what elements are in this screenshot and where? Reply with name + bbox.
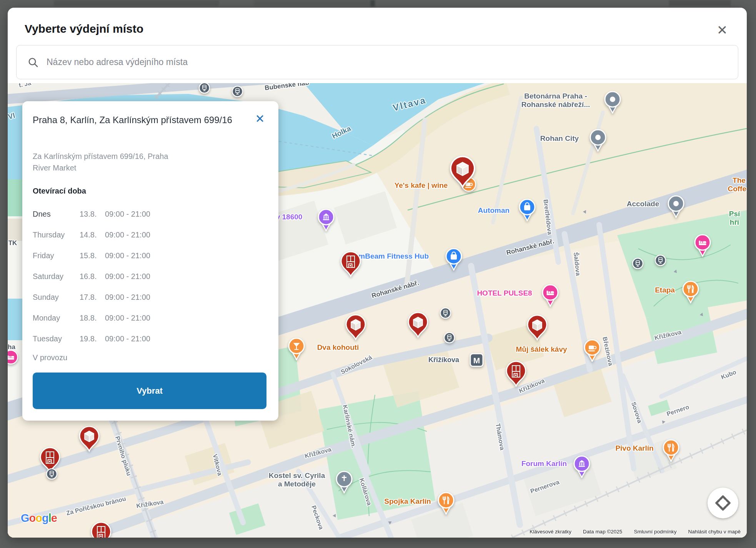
map-attribution: Klávesové zkratkyData map ©2025Smluvní p…	[530, 529, 741, 535]
address-line: River Market	[33, 162, 168, 174]
shop-pin-automan[interactable]	[518, 198, 536, 222]
hours-day: Saturday	[33, 272, 80, 281]
hours-time: 09:00 - 21:00	[105, 251, 225, 260]
hours-day: Tuesday	[33, 334, 80, 343]
address-line: Za Karlínským přístavem 699/16, Praha	[33, 150, 168, 162]
google-logo-letter: G	[21, 512, 29, 524]
attribution-link-2[interactable]: Smluvní podmínky	[634, 529, 676, 535]
restaurant-pin-pivo-karlin[interactable]	[662, 439, 680, 463]
background-blob	[669, 0, 731, 6]
hours-day: Monday	[33, 314, 80, 322]
google-logo-letter: e	[51, 512, 57, 524]
restaurant-pin-etapa[interactable]	[681, 280, 700, 304]
metro-station-icon[interactable]: M	[470, 353, 484, 367]
status-text: V provozu	[33, 353, 67, 362]
transit-stop-icon[interactable]	[440, 307, 451, 319]
google-logo-letter: o	[29, 512, 36, 524]
poi-label-the-coffee: The Coffee	[728, 176, 747, 193]
svg-text:M: M	[473, 356, 480, 364]
pickup-point-pin[interactable]	[407, 311, 429, 339]
transit-stop-icon[interactable]	[231, 85, 243, 97]
hotel-marker-left-edge[interactable]	[8, 349, 19, 366]
poi-label-forum-karlin: Forum Karlín	[521, 459, 567, 468]
hours-time: 09:00 - 21:00	[105, 314, 225, 322]
transit-stop-icon[interactable]	[46, 468, 58, 480]
pickup-point-title: Praha 8, Karlín, Za Karlínským přístavem…	[33, 114, 233, 127]
poi-label-rohan-city: Rohan City	[540, 134, 579, 143]
poi-label-accolade: Accolade	[627, 200, 659, 208]
poi-label-dva-kohouti: Dva kohouti	[317, 343, 359, 352]
parcel-box-pin[interactable]	[90, 521, 112, 538]
pickup-point-modal: Vyberte výdejní místo ✕	[8, 8, 747, 538]
parcel-box-pin[interactable]	[505, 360, 527, 388]
poi-label-betonarna: Betonárna Praha - Rohanské nábřeží...	[521, 92, 590, 109]
opening-hours-row: Saturday 16.8. 09:00 - 21:00	[33, 266, 225, 287]
poi-label-kostel: Kostel sv. Cyrila a Metoděje	[269, 471, 325, 488]
background-blob	[370, 0, 375, 7]
museum-pin-forum-karlin[interactable]	[573, 455, 591, 479]
poi-label-18600: v 18600	[276, 213, 303, 221]
pickup-point-pin-selected[interactable]	[449, 155, 476, 189]
background-blob	[54, 0, 219, 6]
page-background: Vyberte výdejní místo ✕	[0, 0, 756, 548]
opening-hours-row: Friday 15.8. 09:00 - 21:00	[33, 245, 225, 266]
attribution-link-1[interactable]: Data map ©2025	[583, 529, 622, 535]
poi-label-muj-salek-kavy: Můj šálek kávy	[516, 345, 567, 354]
hours-time: 09:00 - 21:00	[105, 293, 225, 302]
attribution-link-0[interactable]: Klávesové zkratky	[530, 529, 571, 535]
museum-pin-18600[interactable]	[317, 208, 335, 232]
poi-pin-betonarna[interactable]	[603, 90, 622, 114]
pickup-point-pin[interactable]	[345, 314, 367, 341]
cafe-pin-muj-salek-kavy[interactable]	[583, 339, 601, 363]
background-blob	[254, 0, 369, 6]
google-logo[interactable]: Google	[21, 512, 57, 525]
opening-hours-row: Sunday 17.8. 09:00 - 21:00	[33, 287, 225, 307]
google-logo-letter: o	[35, 512, 42, 524]
label-tk-partial: TK	[8, 239, 17, 247]
parcel-box-pin[interactable]	[340, 251, 362, 278]
opening-hours-heading: Otevírací doba	[33, 187, 86, 195]
hours-date: 15.8.	[80, 251, 105, 260]
pickup-point-pin[interactable]	[526, 314, 548, 342]
opening-hours-table: Dnes 13.8. 09:00 - 21:00 Thursday 14.8. …	[33, 204, 225, 349]
hours-time: 09:00 - 21:00	[105, 231, 225, 239]
poi-label-yes-kafe: Ye's kafe | wine	[395, 181, 448, 190]
google-logo-letter: l	[48, 512, 51, 524]
hours-date: 13.8.	[80, 210, 105, 219]
poi-label-hotel-pulse8: HOTEL PULSE8	[477, 289, 532, 297]
transit-stop-icon[interactable]	[632, 257, 644, 269]
hours-date: 16.8.	[80, 272, 105, 281]
poi-label-automan: Automan	[478, 206, 510, 215]
modal-close-button[interactable]: ✕	[713, 21, 731, 39]
bar-pin-dva-kohouti[interactable]	[287, 337, 306, 361]
hours-time: 09:00 - 21:00	[105, 272, 225, 281]
hotel-pin-pulse8[interactable]	[541, 284, 560, 307]
restaurant-pin-spojka-karlin[interactable]	[437, 491, 455, 515]
poi-label-etapa: Etapa	[655, 286, 675, 294]
transit-stop-icon[interactable]	[198, 83, 210, 94]
hours-day: Sunday	[33, 293, 80, 302]
poi-label-psi-hriste: Psí hři	[728, 210, 741, 227]
fullscreen-button[interactable]	[708, 488, 738, 518]
hours-time: 09:00 - 21:00	[105, 334, 225, 343]
search-input[interactable]	[46, 57, 738, 68]
card-close-button[interactable]: ✕	[252, 111, 268, 127]
hours-date: 18.8.	[80, 314, 105, 322]
opening-hours-row: Tuesday 19.8. 09:00 - 21:00	[33, 328, 225, 349]
hotel-pin-right[interactable]	[693, 234, 712, 257]
pickup-point-pin[interactable]	[78, 425, 100, 453]
transit-stop-icon[interactable]	[443, 332, 455, 344]
select-button[interactable]: Vybrat	[33, 373, 266, 409]
transit-stop-icon[interactable]	[654, 254, 666, 266]
hours-day: Friday	[33, 251, 80, 260]
attribution-link-3[interactable]: Nahlásit chybu v mapě	[688, 529, 741, 535]
hours-date: 14.8.	[80, 231, 105, 239]
church-pin-kostel[interactable]	[335, 470, 353, 494]
pickup-point-info-card: Praha 8, Karlín, Za Karlínským přístavem…	[22, 101, 278, 421]
opening-hours-row: Dnes 13.8. 09:00 - 21:00	[33, 204, 225, 224]
shop-pin-gymbeam[interactable]	[445, 247, 463, 271]
poi-pin-rohan-city[interactable]	[589, 129, 607, 152]
search-box[interactable]	[16, 45, 738, 79]
poi-pin-accolade[interactable]	[667, 195, 685, 219]
opening-hours-row: Thursday 14.8. 09:00 - 21:00	[33, 224, 225, 245]
